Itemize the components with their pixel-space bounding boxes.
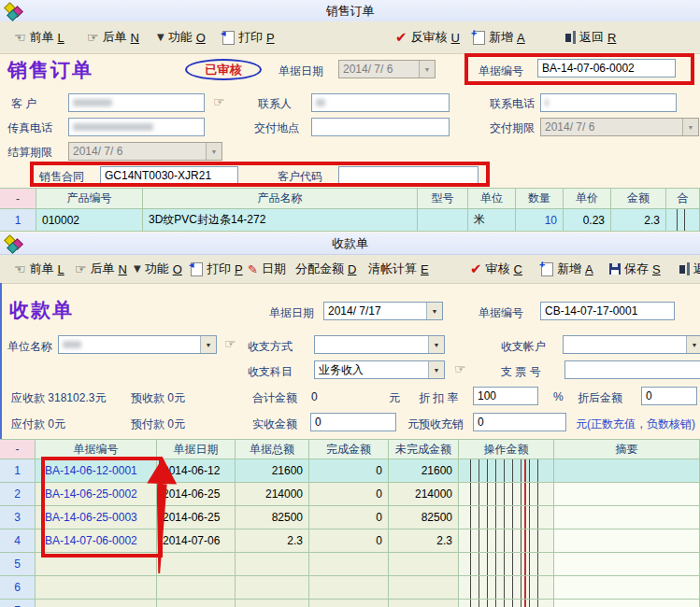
toolbar-button-4[interactable]: ◂打印P — [191, 261, 243, 277]
toolbar-button-7[interactable]: 清帐计算E — [368, 261, 429, 277]
chevron-down-icon[interactable]: ▼ — [426, 303, 442, 319]
chevron-down-icon[interactable]: ▼ — [419, 61, 435, 78]
receipt-col-header: 单据总额 — [236, 439, 309, 459]
contact-phone-input[interactable] — [540, 93, 677, 112]
receipt-col-header: - — [0, 439, 36, 459]
summary-cell[interactable] — [554, 506, 700, 529]
summary-cell[interactable] — [554, 600, 700, 607]
chevron-down-icon[interactable]: ▼ — [428, 336, 444, 353]
operate-amount-ledger-cell[interactable] — [459, 506, 554, 529]
operate-amount-ledger-cell[interactable] — [459, 529, 554, 553]
doc-no-link[interactable]: BA-14-06-25-0002 — [36, 483, 157, 506]
unit-lookup-hand-icon[interactable]: ☞ — [224, 336, 236, 351]
pay-method-combo[interactable]: ▼ — [314, 335, 445, 354]
doc-total-cell: 21600 — [236, 459, 309, 483]
receipt-doc-date-combo[interactable]: 2014/ 7/17▼ — [323, 302, 443, 320]
unit-name-combo[interactable]: ▼ — [58, 335, 217, 354]
toolbar-button-10[interactable]: 保存S — [609, 261, 661, 277]
discounted-amount-input[interactable]: 0 — [641, 387, 697, 405]
toolbar-button-3[interactable]: ▼功能O — [134, 261, 182, 277]
toolbar-button-6[interactable]: +新增A — [473, 29, 525, 46]
delivery-place-input[interactable] — [311, 118, 450, 136]
toolbar-button-7[interactable]: 返回R — [564, 29, 616, 46]
summary-cell[interactable] — [554, 483, 700, 506]
pay-account-combo[interactable]: ▼ — [563, 335, 700, 354]
toolbar-button-1[interactable]: ☜前单L — [14, 29, 64, 46]
offset-input[interactable]: 0 — [473, 413, 566, 431]
receivable-text: 应收款 318102.3元 — [11, 390, 106, 406]
customer-code-label: 客户代码 — [278, 169, 322, 185]
operate-amount-ledger-cell[interactable] — [459, 576, 554, 600]
receipt-documents-table: -单据编号单据日期单据总额完成金额未完成金额操作金额摘要1BA-14-06-12… — [0, 439, 700, 607]
customer-input[interactable] — [68, 93, 205, 112]
sales-col-header: 金额 — [611, 188, 666, 209]
receipt-page-title: 收款单 — [9, 297, 74, 323]
model-cell — [418, 209, 468, 232]
toolbar-button-5[interactable]: ✎日期 — [248, 261, 286, 277]
product-code-cell: 010002 — [36, 209, 143, 232]
sales-doc-date-combo[interactable]: 2014/ 7/ 6▼ — [338, 60, 436, 78]
fax-input[interactable] — [68, 118, 205, 136]
toolbar-button-2[interactable]: ☞后单N — [75, 261, 127, 277]
receipt-doc-no-input[interactable]: CB-14-07-17-0001 — [540, 302, 675, 320]
contact-input[interactable] — [311, 93, 450, 112]
sales-doc-no-input[interactable]: BA-14-07-06-0002 — [537, 59, 676, 78]
done-amount-cell: 0 — [309, 459, 389, 483]
contact-phone-label: 联系电话 — [490, 96, 535, 112]
toolbar-button-2[interactable]: ☞后单N — [87, 29, 139, 46]
ledger-cell[interactable] — [666, 209, 700, 232]
customer-code-input[interactable] — [338, 166, 479, 185]
summary-cell[interactable] — [554, 459, 700, 483]
toolbar-button-6[interactable]: 分配金额D — [295, 261, 356, 277]
toolbar-button-8[interactable]: ✔审核C — [470, 261, 522, 277]
sales-doc-no-label: 单据编号 — [479, 64, 523, 79]
pay-method-label: 收支方式 — [248, 339, 293, 355]
customer-lookup-hand-icon[interactable]: ☞ — [213, 94, 225, 109]
save-floppy-icon — [609, 263, 621, 275]
undone-amount-cell: 21600 — [389, 459, 459, 483]
undone-amount-cell — [389, 553, 459, 576]
chevron-down-icon[interactable]: ▼ — [206, 143, 221, 160]
doc-no-link[interactable]: BA-14-06-25-0003 — [36, 506, 157, 529]
doc-total-cell — [236, 600, 309, 607]
chevron-down-icon[interactable]: ▼ — [200, 336, 216, 353]
offset-label: 预收充销 — [419, 416, 464, 432]
toolbar-button-1[interactable]: ☜前单L — [14, 261, 64, 277]
summary-cell[interactable] — [554, 529, 700, 553]
summary-cell[interactable] — [554, 553, 700, 576]
toolbar-button-11[interactable]: 返回 — [678, 261, 700, 277]
undone-amount-cell: 82500 — [389, 506, 459, 529]
toolbar-button-3[interactable]: ▼功能O — [157, 29, 206, 46]
settle-date-combo[interactable]: 2014/ 7/ 6▼ — [68, 142, 222, 161]
check-no-input[interactable] — [564, 360, 700, 379]
toolbar-button-4[interactable]: ◂打印P — [222, 29, 275, 46]
operate-amount-ledger-cell[interactable] — [459, 600, 554, 607]
operate-amount-ledger-cell[interactable] — [459, 459, 554, 483]
offset-note: 元(正数充值，负数核销) — [576, 416, 695, 432]
doc-no-link[interactable]: BA-14-07-06-0002 — [36, 529, 157, 553]
actual-amount-input[interactable]: 0 — [310, 413, 396, 431]
contract-input[interactable]: GC14NT0030-XJR21 — [100, 166, 238, 185]
chevron-down-icon[interactable]: ▼ — [428, 361, 444, 378]
receipt-col-header: 单据编号 — [36, 439, 157, 459]
sales-order-titlebar: 销售订单 — [0, 0, 700, 22]
toolbar-button-9[interactable]: +新增A — [541, 261, 593, 277]
printer-icon: ◂ — [222, 31, 235, 45]
toolbar-button-5[interactable]: ✔反审核U — [395, 29, 460, 46]
payable-text: 应付款 0元 — [11, 416, 65, 432]
arrow-down-icon: ▼ — [134, 264, 141, 274]
undone-amount-cell — [389, 576, 459, 600]
row-number: 3 — [0, 506, 36, 529]
sales-order-window-title: 销售订单 — [326, 3, 375, 20]
chevron-down-icon[interactable]: ▼ — [686, 336, 700, 353]
delivery-date-combo[interactable]: 2014/ 7/ 6▼ — [540, 118, 699, 136]
doc-no-link[interactable]: BA-14-06-12-0001 — [36, 459, 157, 483]
subject-lookup-hand-icon[interactable]: ☞ — [454, 361, 466, 376]
summary-cell[interactable] — [554, 576, 700, 600]
discount-rate-input[interactable]: 100 — [473, 387, 538, 405]
discount-rate-label: 折 扣 率 — [419, 390, 459, 406]
pay-subject-combo[interactable]: 业务收入▼ — [314, 360, 445, 379]
operate-amount-ledger-cell[interactable] — [459, 553, 554, 576]
chevron-down-icon[interactable]: ▼ — [682, 119, 698, 135]
operate-amount-ledger-cell[interactable] — [459, 483, 554, 506]
